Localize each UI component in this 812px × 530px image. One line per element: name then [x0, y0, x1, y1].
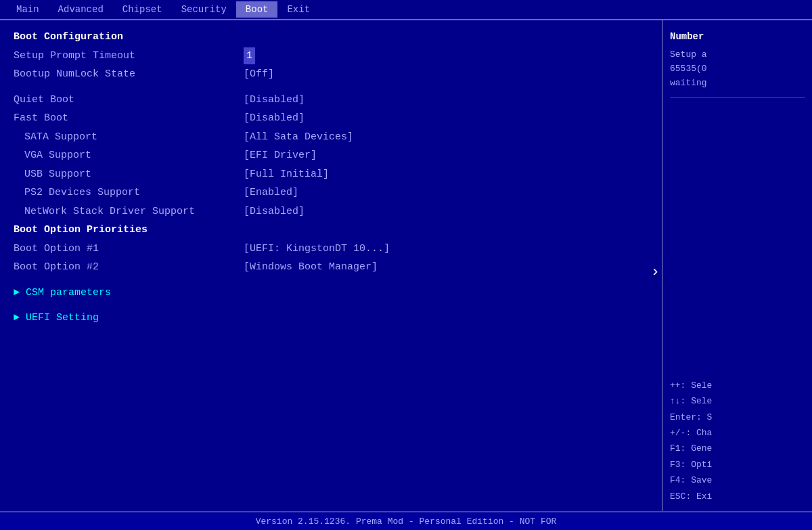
help-line-7: F4: Save — [670, 472, 712, 488]
row-boot-option-2[interactable]: Boot Option #2 [Windows Boot Manager] — [14, 259, 648, 276]
chevron-right-icon[interactable]: › — [651, 263, 660, 280]
help-line-8: ESC: Exi — [670, 489, 712, 504]
menu-item-boot[interactable]: Boot — [236, 1, 278, 18]
value-fast-boot: [Disabled] — [244, 110, 304, 127]
help-line-4: +/-: Cha — [670, 425, 712, 441]
sidebar-title: Number — [670, 28, 805, 45]
row-usb-support[interactable]: USB Support [Full Initial] — [14, 166, 648, 183]
value-ps2-support: [Enabled] — [244, 184, 298, 202]
row-quiet-boot[interactable]: Quiet Boot [Disabled] — [14, 91, 648, 109]
row-setup-prompt-timeout[interactable]: Setup Prompt Timeout 1 — [14, 47, 648, 65]
status-bar: Version 2.15.1236. Prema Mod - Personal … — [0, 511, 812, 530]
sidebar-line-1: Setup a — [670, 48, 805, 62]
spacer-2 — [14, 278, 648, 284]
spacer-1 — [14, 85, 648, 91]
content-area: Boot Configuration Setup Prompt Timeout … — [0, 20, 663, 511]
menu-item-chipset[interactable]: Chipset — [113, 1, 172, 18]
help-line-3: Enter: S — [670, 410, 712, 425]
label-fast-boot: Fast Boot — [14, 110, 244, 127]
row-sata-support[interactable]: SATA Support [All Sata Devices] — [14, 129, 648, 146]
menu-item-main[interactable]: Main — [7, 1, 49, 18]
label-boot-configuration: Boot Configuration — [14, 28, 244, 46]
label-usb-support: USB Support — [14, 166, 244, 183]
row-vga-support[interactable]: VGA Support [EFI Driver] — [14, 147, 648, 164]
menu-item-advanced[interactable]: Advanced — [49, 1, 113, 18]
help-line-6: F3: Opti — [670, 457, 712, 472]
row-boot-option-priorities: Boot Option Priorities — [14, 221, 648, 239]
sidebar-line-3: waiting — [670, 76, 805, 91]
spacer-3 — [14, 303, 648, 309]
help-line-2: ↑↓: Sele — [670, 393, 712, 409]
value-usb-support: [Full Initial] — [244, 166, 329, 183]
help-line-5: F1: Gene — [670, 441, 712, 456]
label-setup-prompt-timeout: Setup Prompt Timeout — [14, 47, 244, 65]
main-area: Boot Configuration Setup Prompt Timeout … — [0, 20, 812, 511]
value-boot-option-1: [UEFI: KingstonDT 10...] — [244, 240, 390, 258]
value-vga-support: [EFI Driver] — [244, 147, 317, 164]
value-setup-prompt-timeout[interactable]: 1 — [244, 47, 255, 65]
label-sata-support: SATA Support — [14, 129, 244, 146]
label-quiet-boot: Quiet Boot — [14, 91, 244, 109]
value-boot-option-2: [Windows Boot Manager] — [244, 259, 378, 276]
label-uefi-setting[interactable]: UEFI Setting — [14, 309, 244, 327]
sidebar-help: ++: Sele ↑↓: Sele Enter: S +/-: Cha F1: … — [670, 378, 712, 504]
label-boot-option-1: Boot Option #1 — [14, 240, 244, 258]
row-boot-option-1[interactable]: Boot Option #1 [UEFI: KingstonDT 10...] — [14, 240, 648, 258]
label-boot-option-2: Boot Option #2 — [14, 259, 244, 276]
row-numlock-state[interactable]: Bootup NumLock State [Off] — [14, 66, 648, 83]
label-ps2-support: PS2 Devices Support — [14, 184, 244, 202]
label-vga-support: VGA Support — [14, 147, 244, 164]
status-bar-text: Version 2.15.1236. Prema Mod - Personal … — [256, 516, 557, 527]
top-menu-bar: Main Advanced Chipset Security Boot Exit — [0, 0, 812, 20]
value-numlock-state: [Off] — [244, 66, 274, 83]
row-fast-boot[interactable]: Fast Boot [Disabled] — [14, 110, 648, 127]
row-boot-configuration: Boot Configuration — [14, 28, 648, 46]
label-numlock-state: Bootup NumLock State — [14, 66, 244, 83]
right-sidebar: Number Setup a 65535(0 waiting ++: Sele … — [663, 20, 812, 511]
value-sata-support: [All Sata Devices] — [244, 129, 353, 146]
row-ps2-support[interactable]: PS2 Devices Support [Enabled] — [14, 184, 648, 202]
menu-item-security[interactable]: Security — [172, 1, 236, 18]
value-network-stack: [Disabled] — [244, 203, 304, 221]
row-network-stack[interactable]: NetWork Stack Driver Support [Disabled] — [14, 203, 648, 221]
row-uefi-setting[interactable]: UEFI Setting — [14, 309, 648, 327]
label-boot-option-priorities: Boot Option Priorities — [14, 221, 244, 239]
menu-item-exit[interactable]: Exit — [277, 1, 319, 18]
value-quiet-boot: [Disabled] — [244, 91, 304, 109]
label-csm-parameters[interactable]: CSM parameters — [14, 284, 244, 302]
help-line-1: ++: Sele — [670, 378, 712, 393]
label-network-stack: NetWork Stack Driver Support — [14, 203, 244, 221]
sidebar-line-2: 65535(0 — [670, 62, 805, 76]
row-csm-parameters[interactable]: CSM parameters — [14, 284, 648, 302]
sidebar-divider — [670, 97, 805, 98]
